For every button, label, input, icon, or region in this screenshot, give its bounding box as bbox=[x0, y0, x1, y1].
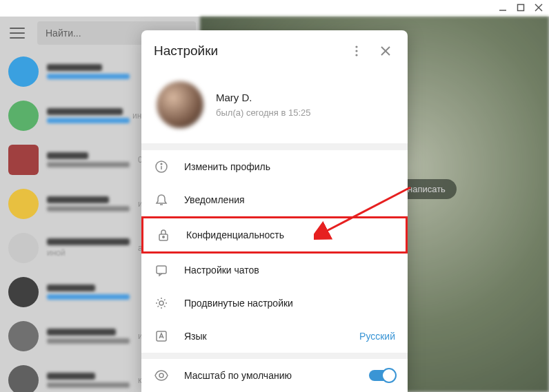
modal-title: Настройки bbox=[154, 43, 347, 59]
svg-point-6 bbox=[355, 54, 357, 56]
close-modal-button[interactable] bbox=[376, 41, 395, 61]
svg-rect-15 bbox=[157, 266, 166, 274]
setting-label: Масштаб по умолчанию bbox=[184, 370, 354, 381]
setting-edit-profile[interactable]: Изменить профиль bbox=[141, 150, 408, 183]
setting-label: Изменить профиль bbox=[184, 161, 395, 172]
profile-status: был(а) сегодня в 15:25 bbox=[216, 107, 310, 118]
modal-header: Настройки bbox=[141, 30, 408, 72]
svg-point-5 bbox=[355, 50, 357, 52]
lock-icon bbox=[156, 227, 171, 243]
svg-rect-1 bbox=[518, 5, 524, 11]
setting-language[interactable]: Язык Русский bbox=[141, 320, 408, 353]
settings-list: Изменить профиль Уведомления Конфиденциа… bbox=[141, 150, 408, 353]
setting-label: Конфиденциальность bbox=[186, 229, 393, 240]
close-window-button[interactable] bbox=[534, 3, 543, 12]
svg-point-14 bbox=[163, 236, 164, 237]
section-divider bbox=[141, 353, 408, 360]
info-icon bbox=[154, 159, 169, 174]
setting-chat-settings[interactable]: Настройки чатов bbox=[141, 254, 408, 287]
profile-block[interactable]: Mary D. был(а) сегодня в 15:25 bbox=[141, 72, 408, 143]
setting-privacy[interactable]: Конфиденциальность bbox=[141, 216, 408, 254]
settings-modal: Настройки Mary D. был(а) сегодня в 15:25… bbox=[141, 30, 408, 392]
scale-toggle[interactable] bbox=[369, 370, 395, 381]
setting-label: Продвинутые настройки bbox=[184, 298, 395, 309]
language-icon bbox=[154, 329, 169, 344]
setting-notifications[interactable]: Уведомления bbox=[141, 183, 408, 216]
bell-icon bbox=[154, 192, 169, 207]
setting-value: Русский bbox=[359, 331, 395, 342]
setting-advanced[interactable]: Продвинутые настройки bbox=[141, 287, 408, 320]
profile-name: Mary D. bbox=[216, 92, 310, 103]
svg-point-10 bbox=[161, 163, 162, 165]
section-divider bbox=[141, 143, 408, 150]
svg-point-18 bbox=[159, 373, 163, 378]
chat-icon bbox=[154, 262, 169, 278]
svg-point-4 bbox=[355, 45, 357, 48]
setting-default-scale[interactable]: Масштаб по умолчанию bbox=[141, 359, 408, 392]
setting-label: Уведомления bbox=[184, 194, 395, 205]
maximize-button[interactable] bbox=[516, 3, 526, 12]
window-controls bbox=[498, 3, 543, 12]
gear-icon bbox=[154, 296, 169, 311]
eye-icon bbox=[154, 368, 169, 383]
svg-point-16 bbox=[159, 301, 163, 305]
minimize-button[interactable] bbox=[498, 3, 508, 12]
setting-label: Язык bbox=[184, 331, 344, 342]
setting-label: Настройки чатов bbox=[184, 265, 395, 276]
profile-avatar bbox=[157, 81, 203, 128]
more-options-button[interactable] bbox=[347, 41, 366, 61]
